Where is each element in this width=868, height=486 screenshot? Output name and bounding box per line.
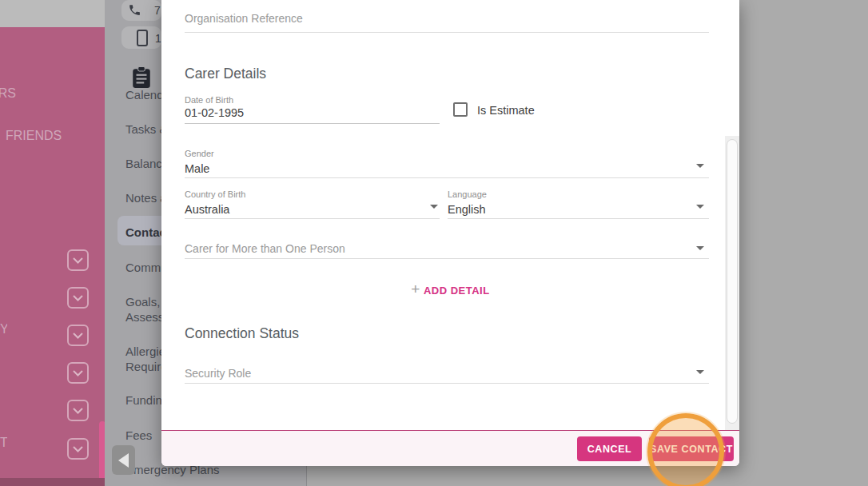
sidebar-collapse-button[interactable] [112,445,135,475]
save-contact-button[interactable]: SAVE CONTACT [649,436,734,461]
is-estimate-checkbox[interactable] [453,102,468,117]
pink-nav-item-orgs[interactable]: ORS [0,86,16,101]
field-underline [185,258,709,259]
add-detail-button[interactable]: + ADD DETAIL [161,281,739,298]
modal-scrollbar-thumb[interactable] [727,139,738,424]
dropdown-arrow-icon[interactable] [696,205,704,209]
dropdown-arrow-icon[interactable] [696,246,704,250]
field-underline [185,177,709,178]
field-underline [185,123,440,124]
country-of-birth-label: Country of Birth [185,189,709,199]
sidebar-item-contacts[interactable]: Contac [125,225,166,239]
security-role-select[interactable]: Security Role [185,367,709,380]
field-underline [448,218,709,219]
field-underline [185,32,709,33]
pink-panel-header [0,0,105,27]
pink-nav-panel: ORS FRIENDS Y T [0,0,105,486]
chevron-down-icon[interactable] [67,362,89,384]
dropdown-arrow-icon[interactable] [430,205,438,209]
carer-details-heading: Carer Details [185,66,709,82]
chevron-down-icon[interactable] [67,287,89,309]
chevron-down-icon[interactable] [67,325,89,346]
language-label: Language [448,189,487,199]
cancel-button[interactable]: CANCEL [577,436,642,461]
chevron-down-icon[interactable] [67,400,89,421]
carer-for-more-select[interactable]: Carer for More than One Person [185,242,709,255]
pink-nav-item-y[interactable]: Y [0,322,7,337]
pink-nav-item-t[interactable]: T [0,436,7,450]
dropdown-arrow-icon[interactable] [696,370,704,374]
field-underline [185,383,709,384]
sidebar-item-allergies[interactable]: Allergie [125,345,165,358]
organisation-reference-input[interactable]: Organisation Reference [185,12,709,25]
sidebar-item-fees[interactable]: Fees [125,428,152,442]
sidebar-item-notes[interactable]: Notes a [125,191,167,205]
sidebar-item-calendar[interactable]: Calenda [125,88,164,102]
pink-panel-footer-strip [0,478,105,486]
mobile-icon [137,30,148,46]
is-estimate-label: Is Estimate [477,104,535,117]
mobile-number-fragment: 1 [155,32,161,45]
phone-icon [128,3,141,20]
chevron-down-icon[interactable] [67,438,89,460]
dob-label: Date of Birth [185,95,709,105]
modal-footer: CANCEL SAVE CONTACT [161,430,739,466]
collapse-arrow-icon [118,453,129,468]
field-underline [185,218,440,219]
language-select[interactable]: English [448,203,486,216]
dropdown-arrow-icon[interactable] [696,164,704,168]
pink-nav-item-friends[interactable]: FRIENDS [6,129,62,143]
sidebar-item-balances[interactable]: Balanc [125,157,162,170]
dob-input[interactable]: 01-02-1995 [185,106,709,119]
connection-status-heading: Connection Status [185,325,709,342]
plus-icon: + [411,281,420,297]
add-detail-label: ADD DETAIL [424,285,490,297]
contact-details-modal: Organisation Reference Carer Details Dat… [161,0,739,466]
gender-label: Gender [185,149,709,158]
country-of-birth-select[interactable]: Australia [185,203,709,216]
chevron-down-icon[interactable] [67,249,89,271]
phone-number-fragment: 7 [154,4,161,17]
gender-select[interactable]: Male [185,162,709,175]
sidebar-item-funding[interactable]: Fundin [125,393,162,407]
